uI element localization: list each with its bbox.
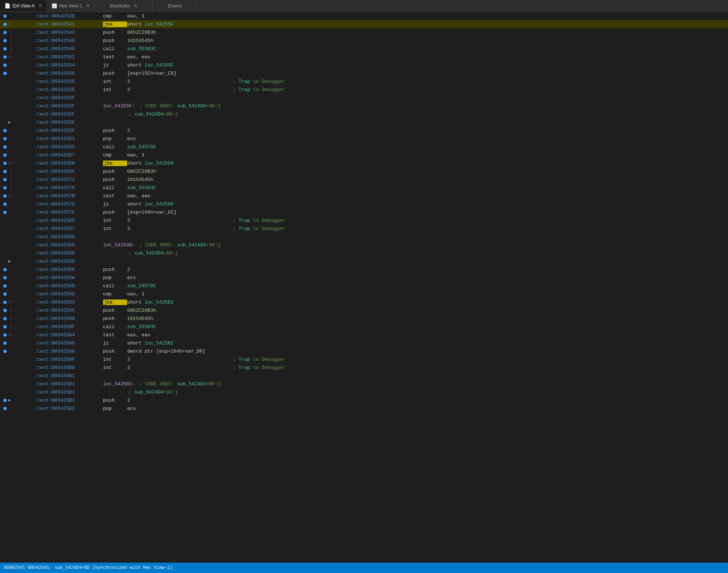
table-row[interactable]: .text:0054255Fpush2 — [0, 126, 728, 135]
branch-col — [8, 290, 34, 298]
address: .text:00542587 — [34, 226, 103, 232]
table-row[interactable]: │.text:00542548push10154545h — [0, 36, 728, 45]
table-row[interactable]: .text:00542586int3; Trap to Debugger — [0, 216, 728, 224]
dot-col — [1, 333, 8, 337]
dot-col — [1, 47, 8, 51]
dot-col — [1, 72, 8, 75]
comment: ; CODE XREF: sub_5424D4+6D↑j — [139, 103, 220, 109]
table-row[interactable]: .text:00542588push2 — [0, 265, 728, 273]
breakpoint-dot — [3, 72, 7, 75]
table-row[interactable]: .text:005425B0int3; Trap to Debugger — [0, 363, 728, 372]
branch-col — [8, 372, 34, 380]
breakpoint-dot — [3, 350, 7, 353]
table-row[interactable]: .text:00542587int3; Trap to Debugger — [0, 224, 728, 233]
status-text: 00002541 00542541: sub_5424D4+6D (Synchr… — [4, 565, 173, 570]
operand: 0A52C28B3h — [127, 308, 231, 313]
table-row[interactable]: .text:00542588 — [0, 233, 728, 241]
table-row[interactable]: .text:0054258Bcallsub_5457DC — [0, 282, 728, 290]
table-row[interactable]: ▶.text:0054255F — [0, 118, 728, 126]
breakpoint-dot — [3, 145, 7, 149]
tab-hex-label: Hex View-1 — [59, 3, 82, 9]
table-row[interactable]: .text:0054255F; sub_5424D4+80↑j — [0, 110, 728, 118]
address: .text:00542593 — [34, 300, 103, 305]
breakpoint-dot — [3, 317, 7, 320]
address: .text:00542561 — [34, 136, 103, 142]
table-row[interactable]: │.text:00542571push10154545h — [0, 175, 728, 184]
operand: 3 — [127, 357, 231, 362]
address: .text:0054255F — [34, 111, 103, 117]
table-row[interactable]: ├─.text:005425A4testeax, eax — [0, 331, 728, 339]
table-row[interactable]: .text:0054257Fpush[esp+160h+var_CC] — [0, 208, 728, 216]
tab-structures[interactable]: Structures ✕ — [95, 0, 153, 12]
table-row[interactable]: .text:00542554jzshort loc_54255F — [0, 61, 728, 69]
table-row[interactable]: .text:00542561popecx — [0, 135, 728, 143]
mnemonic: jz — [103, 340, 127, 346]
table-row[interactable]: .text:005425B1 — [0, 372, 728, 380]
breakpoint-dot — [3, 162, 7, 165]
table-row[interactable]: .text:0054258Apopecx — [0, 273, 728, 282]
table-row[interactable]: .text:005425A8pushdword ptr [esp+164h+va… — [0, 347, 728, 355]
table-row[interactable]: .text:00542567cmpeax, 1 — [0, 151, 728, 159]
table-row[interactable]: .text:0054255F — [0, 94, 728, 102]
mnemonic: cmp — [103, 13, 127, 19]
table-row[interactable]: .text:0054255Dint3; Trap to Debugger — [0, 77, 728, 85]
branch-col — [8, 347, 34, 355]
table-row[interactable]: ├─.text:0054257Btesteax, eax — [0, 192, 728, 200]
mnemonic: push — [103, 71, 127, 76]
status-bar: 00002541 00542541: sub_5424D4+6D (Synchr… — [0, 563, 728, 573]
table-row[interactable]: ▶.text:00542588 — [0, 257, 728, 265]
table-row[interactable]: ├─.text:00542541jbeshort loc_54255F — [0, 20, 728, 28]
table-row[interactable]: .text:00542588loc_542588:; CODE XREF: su… — [0, 241, 728, 249]
mnemonic: push — [103, 210, 127, 215]
table-row[interactable]: ▶.text:005425B1push2 — [0, 396, 728, 404]
dot-col — [1, 186, 8, 190]
tab-hex-view[interactable]: ⬜ Hex View-1 ✕ — [47, 0, 94, 12]
code-area[interactable]: .text:0054253Ecmpeax, 1├─.text:00542541j… — [0, 12, 728, 563]
table-row[interactable]: .text:00542562callsub_5457DC — [0, 143, 728, 151]
table-row[interactable]: │.text:0054259Apush10154545h — [0, 314, 728, 323]
table-row[interactable]: .text:00542588; sub_5424D4+A9↑j — [0, 249, 728, 257]
address: .text:00542588 — [34, 259, 103, 264]
table-row[interactable]: .text:005425A6jzshort loc_5425B1 — [0, 339, 728, 347]
branch-col: │ — [8, 306, 34, 314]
breakpoint-dot — [3, 47, 7, 51]
tab-structures-close[interactable]: ✕ — [133, 3, 138, 9]
address: .text:0054257F — [34, 210, 103, 215]
table-row[interactable]: .text:005425B1loc_5425B1:; CODE XREF: su… — [0, 380, 728, 388]
address: .text:00542588 — [34, 234, 103, 240]
address: .text:005425B1 — [34, 398, 103, 403]
tab-hex-close[interactable]: ✕ — [86, 3, 90, 9]
table-row[interactable]: ├─.text:00542593jbeshort loc_5425B1 — [0, 298, 728, 306]
table-row[interactable]: .text:005425B1; sub_5424D4+D2↑j — [0, 388, 728, 396]
tab-ida-view[interactable]: 📄 IDA View-A ✕ — [0, 0, 47, 12]
table-row[interactable]: .text:0054255Floc_54255F:; CODE XREF: su… — [0, 102, 728, 110]
table-row[interactable]: │.text:0054256Cpush0A52C28B3h — [0, 167, 728, 175]
operand: 2 — [127, 267, 231, 272]
table-row[interactable]: │.text:00542576callsub_55303C — [0, 184, 728, 192]
table-row[interactable]: ├─.text:0054256Ajbeshort loc_542588 — [0, 159, 728, 167]
mnemonic: jz — [103, 62, 127, 68]
table-row[interactable]: │.text:0054254Dcallsub_55303C — [0, 45, 728, 53]
table-row[interactable]: │.text:00542595push0A52C28B3h — [0, 306, 728, 314]
mnemonic: jbe — [103, 22, 127, 27]
table-row[interactable]: │.text:00542543push0A52C28B3h — [0, 28, 728, 36]
dot-col — [1, 407, 8, 410]
table-row[interactable]: .text:005425B3popecx — [0, 404, 728, 412]
table-row[interactable]: .text:00542590cmpeax, 1 — [0, 290, 728, 298]
breakpoint-dot — [3, 186, 7, 190]
dot-col — [1, 162, 8, 165]
tab-enums[interactable]: Enums — [153, 0, 197, 12]
address: .text:0054258B — [34, 283, 103, 289]
table-row[interactable]: .text:0054257Djzshort loc_542588 — [0, 200, 728, 208]
address: .text:00542588 — [34, 250, 103, 256]
mnemonic: pop — [103, 136, 127, 142]
tab-ida-close[interactable]: ✕ — [38, 3, 42, 9]
branch-col — [8, 77, 34, 85]
table-row[interactable]: ├─.text:00542552testeax, eax — [0, 53, 728, 61]
table-row[interactable]: │.text:0054259Fcallsub_55303C — [0, 323, 728, 331]
table-row[interactable]: .text:0054255Eint3; Trap to Debugger — [0, 85, 728, 94]
address: .text:00542548 — [34, 38, 103, 43]
table-row[interactable]: .text:0054253Ecmpeax, 1 — [0, 12, 728, 20]
table-row[interactable]: .text:00542556push[esp+15Ch+var_C8] — [0, 69, 728, 77]
table-row[interactable]: .text:005425AFint3; Trap to Debugger — [0, 355, 728, 363]
